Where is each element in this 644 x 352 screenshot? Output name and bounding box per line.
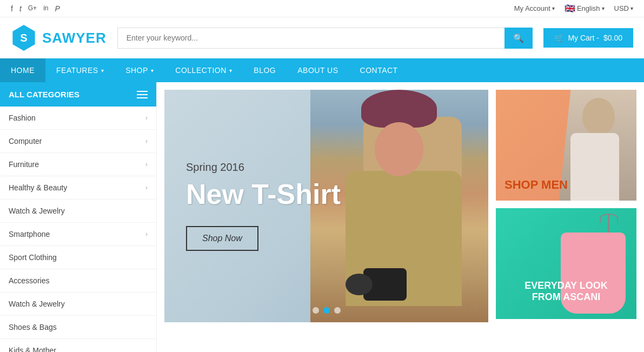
- cart-icon: 🛒: [554, 34, 563, 42]
- slider-content: Spring 2016 New T-Shirt Shop Now: [164, 140, 362, 273]
- top-bar: f t G+ in P My Account ▾ 🇬🇧 English ▾ US…: [0, 0, 644, 17]
- header: S SAWYER 🔍 🛒 My Cart - $0.00: [0, 17, 644, 58]
- pinterest-icon[interactable]: P: [55, 4, 59, 13]
- sidebar-header: ALL CATEGORIES: [0, 82, 156, 107]
- sidebar-label-watch-jewelry-2: Watch & Jewelry: [9, 300, 65, 308]
- nav-item-blog[interactable]: BLOG: [243, 58, 287, 82]
- top-bar-right: My Account ▾ 🇬🇧 English ▾ USD ▾: [514, 3, 633, 14]
- slider-dots: [313, 307, 341, 314]
- sidebar-item-computer[interactable]: Computer ›: [0, 130, 156, 153]
- nav-label-features: FEATURES: [56, 66, 98, 75]
- sidebar-item-watch-jewelry-2[interactable]: Watch & Jewelry: [0, 293, 156, 316]
- logo-hex: S: [11, 25, 37, 51]
- linkedin-icon[interactable]: in: [43, 4, 48, 13]
- nav-item-features[interactable]: FEATURES ▾: [45, 58, 115, 82]
- smartphone-arrow-icon: ›: [145, 230, 148, 238]
- logo-name-part1: SAW: [42, 30, 76, 46]
- nav-item-collection[interactable]: COLLECTION ▾: [164, 58, 243, 82]
- cart-button[interactable]: 🛒 My Cart - $0.00: [543, 28, 633, 48]
- banner-look-text: EVERYDAY LOOK FROM ASCANI: [496, 271, 636, 319]
- nav-label-contact: CONTACT: [360, 66, 398, 75]
- sidebar-label-sport-clothing: Sport Clothing: [9, 253, 57, 262]
- slider-subtitle: Spring 2016: [186, 161, 341, 174]
- sidebar-item-kids-mother[interactable]: Kids & Mother: [0, 339, 156, 352]
- main-content: ALL CATEGORIES Fashion › Computer › Furn…: [0, 82, 644, 352]
- computer-arrow-icon: ›: [145, 137, 148, 145]
- sidebar-item-furniture[interactable]: Furniture ›: [0, 153, 156, 176]
- sidebar-label-watch-jewelry-1: Watch & Jewelry: [9, 207, 65, 215]
- banner-men-label: SHOP MEN: [504, 178, 568, 191]
- nav-label-shop: SHOP: [125, 66, 148, 75]
- banner-men[interactable]: SHOP MEN: [496, 90, 636, 201]
- language-label: English: [577, 4, 600, 12]
- content-area: Spring 2016 New T-Shirt Shop Now: [157, 82, 644, 352]
- googleplus-icon[interactable]: G+: [28, 4, 37, 13]
- shop-dropdown-arrow: ▾: [151, 68, 154, 74]
- search-bar: 🔍: [117, 28, 533, 49]
- currency-dropdown-arrow: ▾: [630, 5, 633, 11]
- sidebar-item-accessories[interactable]: Accessories: [0, 269, 156, 293]
- language-flag: 🇬🇧: [565, 3, 575, 14]
- sidebar-label-fashion: Fashion: [9, 114, 36, 122]
- search-input[interactable]: [117, 28, 505, 49]
- slider-dot-2[interactable]: [323, 307, 330, 314]
- nav-label-blog: BLOG: [254, 66, 276, 75]
- social-icons: f t G+ in P: [11, 4, 60, 13]
- sidebar-label-kids-mother: Kids & Mother: [9, 346, 56, 352]
- my-account-button[interactable]: My Account ▾: [514, 4, 555, 12]
- healthy-beauty-arrow-icon: ›: [145, 184, 148, 191]
- logo-letter: S: [20, 32, 27, 44]
- slider-title: New T-Shirt: [186, 179, 341, 210]
- banner-look-label: EVERYDAY LOOK FROM ASCANI: [525, 280, 607, 302]
- sidebar-item-smartphone[interactable]: Smartphone ›: [0, 223, 156, 246]
- logo[interactable]: S SAWYER: [11, 25, 107, 51]
- language-dropdown-arrow: ▾: [602, 5, 605, 11]
- sidebar-menu-icon[interactable]: [137, 91, 148, 98]
- slider-dot-3[interactable]: [334, 307, 341, 314]
- collection-dropdown-arrow: ▾: [229, 68, 233, 74]
- cart-label: My Cart -: [568, 34, 599, 42]
- banner-men-text: SHOP MEN: [496, 169, 576, 201]
- main-slider[interactable]: Spring 2016 New T-Shirt Shop Now: [164, 90, 488, 322]
- facebook-icon[interactable]: f: [11, 4, 13, 13]
- my-account-label: My Account: [514, 4, 550, 12]
- nav-item-contact[interactable]: CONTACT: [349, 58, 409, 82]
- sidebar-title: ALL CATEGORIES: [9, 90, 79, 99]
- nav-item-about[interactable]: ABOUT US: [287, 58, 349, 82]
- nav-item-home[interactable]: HOME: [0, 58, 45, 82]
- logo-text: SAWYER: [42, 30, 107, 47]
- sidebar-item-fashion[interactable]: Fashion ›: [0, 107, 156, 130]
- nav-bar: HOME FEATURES ▾ SHOP ▾ COLLECTION ▾ BLOG…: [0, 58, 644, 82]
- sidebar-item-sport-clothing[interactable]: Sport Clothing: [0, 246, 156, 269]
- slider-shop-now-button[interactable]: Shop Now: [186, 226, 258, 251]
- sidebar-label-shoes-bags: Shoes & Bags: [9, 323, 57, 331]
- nav-label-collection: COLLECTION: [175, 66, 226, 75]
- sidebar-label-smartphone: Smartphone: [9, 230, 50, 238]
- sidebar-item-shoes-bags[interactable]: Shoes & Bags: [0, 316, 156, 339]
- sidebar-label-computer: Computer: [9, 137, 42, 145]
- content-row: Spring 2016 New T-Shirt Shop Now: [164, 90, 636, 322]
- nav-item-shop[interactable]: SHOP ▾: [115, 58, 164, 82]
- language-selector[interactable]: 🇬🇧 English ▾: [565, 3, 605, 14]
- slider-dot-1[interactable]: [313, 307, 319, 314]
- twitter-icon[interactable]: t: [19, 4, 22, 13]
- banner-look[interactable]: EVERYDAY LOOK FROM ASCANI: [496, 208, 636, 319]
- account-dropdown-arrow: ▾: [552, 5, 555, 11]
- sidebar-item-healthy-beauty[interactable]: Healthy & Beauty ›: [0, 176, 156, 200]
- sidebar: ALL CATEGORIES Fashion › Computer › Furn…: [0, 82, 157, 352]
- sidebar-label-accessories: Accessories: [9, 276, 49, 285]
- nav-label-about: ABOUT US: [297, 66, 338, 75]
- side-banners: SHOP MEN EVERYDAY LOOK FROM ASCANI: [496, 90, 636, 322]
- currency-label: USD: [614, 4, 629, 12]
- sidebar-label-healthy-beauty: Healthy & Beauty: [9, 183, 67, 192]
- search-button[interactable]: 🔍: [504, 28, 533, 49]
- nav-label-home: HOME: [11, 66, 35, 75]
- fashion-arrow-icon: ›: [145, 114, 148, 122]
- currency-selector[interactable]: USD ▾: [614, 4, 633, 12]
- logo-name-part2: YER: [76, 30, 106, 46]
- sidebar-label-furniture: Furniture: [9, 160, 39, 169]
- features-dropdown-arrow: ▾: [101, 68, 104, 74]
- sidebar-item-watch-jewelry-1[interactable]: Watch & Jewelry: [0, 200, 156, 223]
- banner-hanger-icon: [608, 214, 609, 235]
- furniture-arrow-icon: ›: [145, 161, 148, 168]
